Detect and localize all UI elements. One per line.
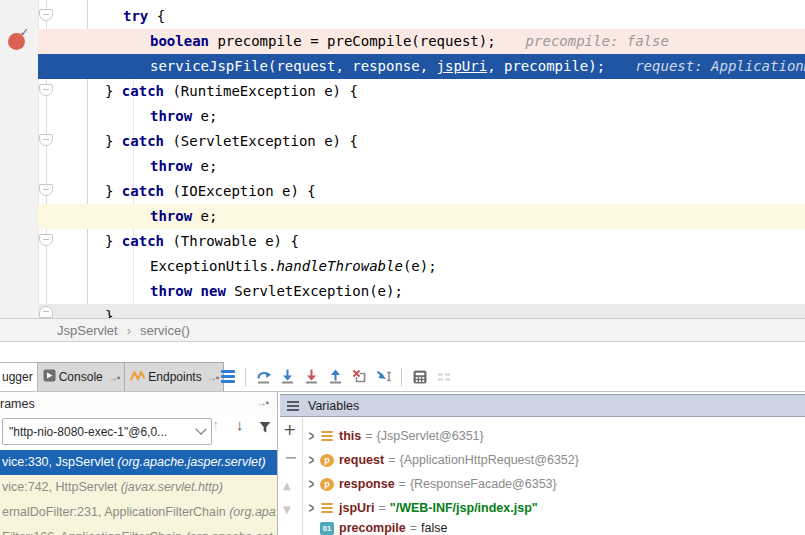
frames-title: rames <box>0 397 35 411</box>
tab-endpoints[interactable]: Endpoints →▪ <box>125 362 224 391</box>
inline-debug-hint: request: ApplicationHttpRe <box>635 58 805 74</box>
ide-debugger-window: try {boolean precompile = preCompile(req… <box>0 0 805 535</box>
code-line-text: } catch (RuntimeException e) { <box>105 79 358 104</box>
frame-location: Filter:166, ApplicationFilterChain <box>2 530 185 535</box>
code-token: (e); <box>403 258 437 274</box>
variable-row[interactable]: 01precompile=false <box>303 516 805 535</box>
code-line-text: } catch (Throwable e) { <box>105 229 299 254</box>
code-token: } <box>105 233 122 249</box>
panel-options-icon[interactable]: →▪ <box>254 397 268 408</box>
stack-frame-row[interactable]: ernalDoFilter:231, ApplicationFilterChai… <box>0 500 277 525</box>
equals-sign: = <box>374 501 389 515</box>
code-line[interactable]: } catch (RuntimeException e) { <box>38 79 805 104</box>
toolbar-separator <box>245 368 246 386</box>
toolbar-separator <box>401 368 402 386</box>
step-out-button[interactable] <box>326 367 345 386</box>
step-over-button[interactable] <box>254 367 273 386</box>
panel-divider[interactable] <box>277 392 278 535</box>
previous-frame-button[interactable]: ↑ <box>212 416 220 433</box>
code-token: } <box>105 308 113 318</box>
parameter-icon: p <box>320 478 334 491</box>
code-token: catch <box>122 133 164 149</box>
code-line[interactable]: } catch (ServletException e) { <box>38 129 805 154</box>
step-into-button[interactable] <box>278 367 297 386</box>
hide-frames-filter-button[interactable] <box>258 420 272 438</box>
run-to-cursor-button[interactable] <box>374 367 393 386</box>
add-watch-button[interactable]: + <box>283 420 296 439</box>
code-line[interactable]: ExceptionUtils.handleThrowable(e); <box>38 254 805 279</box>
tab-endpoints-label: Endpoints <box>148 370 201 384</box>
field-icon <box>320 502 334 515</box>
chevron-down-icon <box>195 423 206 434</box>
variable-name: response <box>339 477 395 491</box>
breadcrumb-separator-icon: › <box>127 323 131 338</box>
variable-name: request <box>339 453 384 467</box>
variable-row[interactable]: >prequest={ApplicationHttpRequest@6352} <box>303 448 805 472</box>
tab-console[interactable]: Console →▪ <box>38 362 126 391</box>
variable-row[interactable]: >presponse={ResponseFacade@6353} <box>303 472 805 496</box>
code-line[interactable]: serviceJspFile(request, response, jspUri… <box>38 54 805 79</box>
code-line[interactable]: } catch (Throwable e) { <box>38 229 805 254</box>
code-token: ServletException(e); <box>226 283 403 299</box>
evaluate-expression-button[interactable] <box>410 367 429 386</box>
code-line[interactable]: throw new ServletException(e); <box>38 279 805 304</box>
code-token: } <box>105 133 122 149</box>
tab-debugger[interactable]: ugger <box>0 362 38 391</box>
code-token: catch <box>122 183 164 199</box>
variable-value: false <box>421 521 447 535</box>
code-token: (RuntimeException e) { <box>164 83 358 99</box>
stack-frame-row[interactable]: vice:742, HttpServlet (javax.servlet.htt… <box>0 475 277 500</box>
code-line-text: throw e; <box>150 154 217 179</box>
code-token: boolean <box>150 33 209 49</box>
code-line[interactable]: throw e; <box>38 104 805 129</box>
expand-chevron-icon[interactable]: > <box>307 453 316 468</box>
code-line[interactable]: throw e; <box>38 154 805 179</box>
frames-panel-header: rames →▪ <box>0 392 277 415</box>
code-line-text: try { <box>123 4 165 29</box>
equals-sign: = <box>384 453 399 467</box>
field-icon <box>320 430 334 443</box>
variable-row[interactable]: >this={JspServlet@6351} <box>303 424 805 448</box>
drop-frame-button[interactable] <box>350 367 369 386</box>
move-down-icon: ▼ <box>283 504 291 515</box>
code-token: (IOException e) { <box>164 183 316 199</box>
frame-package: (javax.servlet.http) <box>121 480 223 494</box>
expand-chevron-icon[interactable]: > <box>307 429 316 444</box>
expand-chevron-icon[interactable]: > <box>307 501 316 516</box>
menu-icon[interactable] <box>218 367 237 386</box>
menu-icon[interactable] <box>287 405 299 407</box>
code-token: jspUri <box>437 58 488 74</box>
code-token: e; <box>192 158 217 174</box>
code-line[interactable]: try { <box>38 4 805 29</box>
code-token: } <box>105 83 122 99</box>
code-token: catch <box>122 83 164 99</box>
code-token: catch <box>122 233 164 249</box>
breadcrumb-method[interactable]: service() <box>140 323 190 338</box>
code-line-text: } catch (ServletException e) { <box>105 129 358 154</box>
frame-location: ernalDoFilter:231, ApplicationFilterChai… <box>2 505 229 519</box>
frame-package: (org.apache.cat <box>185 530 272 535</box>
code-line[interactable]: } catch (IOException e) { <box>38 179 805 204</box>
equals-sign: = <box>361 429 376 443</box>
force-step-into-button[interactable] <box>302 367 321 386</box>
frame-location: vice:742, HttpServlet <box>2 480 121 494</box>
code-line[interactable]: } <box>38 304 805 318</box>
code-token: throw <box>150 108 192 124</box>
code-line[interactable]: throw e; <box>38 204 805 229</box>
code-line[interactable]: boolean precompile = preCompile(request)… <box>38 29 805 54</box>
breakpoint-icon[interactable] <box>8 33 25 50</box>
inline-debug-hint: precompile: false <box>526 33 669 49</box>
code-token: { <box>148 8 165 24</box>
stack-frame-row[interactable]: Filter:166, ApplicationFilterChain (org.… <box>0 525 277 535</box>
expand-chevron-icon[interactable]: > <box>307 477 316 492</box>
code-token: e; <box>192 208 217 224</box>
breadcrumb-class[interactable]: JspServlet <box>57 323 118 338</box>
stack-frame-row[interactable]: vice:330, JspServlet (org.apache.jasper.… <box>0 450 277 475</box>
debugger-panels: rames →▪ "http-nio-8080-exec-1"@6,0... ↑… <box>0 392 805 535</box>
tab-console-label: Console <box>59 370 103 384</box>
code-editor[interactable]: try {boolean precompile = preCompile(req… <box>0 0 805 318</box>
thread-dropdown[interactable]: "http-nio-8080-exec-1"@6,0... <box>2 418 212 445</box>
next-frame-button[interactable]: ↓ <box>236 416 244 433</box>
remove-watch-button[interactable]: − <box>284 448 297 467</box>
fold-end-marker-icon[interactable] <box>39 306 53 318</box>
